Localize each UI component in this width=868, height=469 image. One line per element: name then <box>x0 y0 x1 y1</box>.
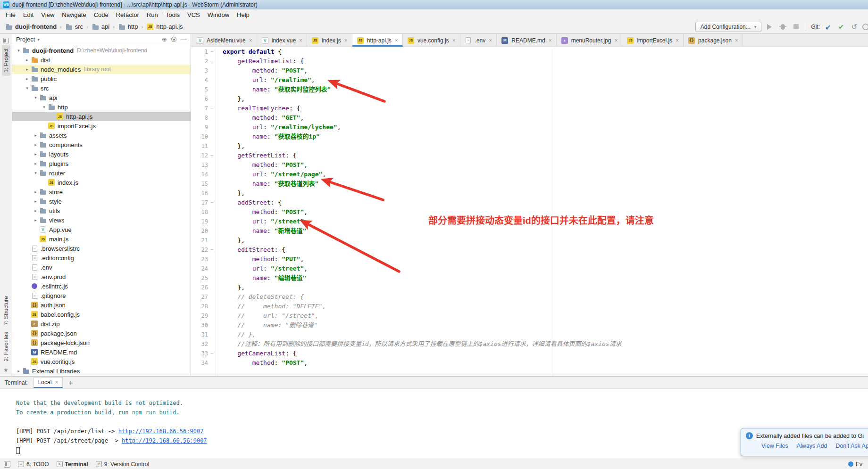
editor-tab[interactable]: index.vue× <box>257 34 307 47</box>
tree-arrow-icon[interactable]: ▸ <box>32 161 39 166</box>
tree-row[interactable]: ▸store <box>12 187 191 197</box>
hide-panel-icon[interactable]: — <box>181 36 187 43</box>
tree-row[interactable]: ▸External Libraries <box>12 366 191 376</box>
git-update-button[interactable]: ↙ <box>823 22 833 32</box>
code-area[interactable]: export default { getRealTimeList: { meth… <box>216 47 868 376</box>
editor-tab[interactable]: index.js× <box>307 34 352 47</box>
tool-window-switcher-icon[interactable] <box>4 461 10 468</box>
clipped-toolbar-icon[interactable] <box>862 24 868 30</box>
status-item-terminal[interactable]: >Terminal <box>57 461 88 468</box>
breadcrumb-item[interactable]: http-api.js <box>145 23 184 31</box>
tree-row[interactable]: ▾http <box>12 102 191 112</box>
tree-row[interactable]: ▾router <box>12 168 191 178</box>
tree-row[interactable]: babel.config.js <box>12 310 191 319</box>
tree-row[interactable]: .env <box>12 263 191 272</box>
tree-arrow-icon[interactable]: ▾ <box>32 171 39 175</box>
terminal-link[interactable]: http://192.168.66.56:9007 <box>122 437 207 444</box>
debug-button[interactable] <box>777 22 788 32</box>
activity-item[interactable]: 2: Favorites <box>2 329 10 365</box>
close-icon[interactable]: × <box>676 37 679 44</box>
breadcrumb-item[interactable]: duoji-frontend <box>4 23 58 31</box>
status-bar-right[interactable]: Ev <box>848 461 864 468</box>
tree-row[interactable]: dist.zip <box>12 319 191 329</box>
editor-tab[interactable]: README.md× <box>497 34 556 47</box>
menu-item-navigate[interactable]: Navigate <box>58 10 90 19</box>
activity-item[interactable]: 7: Structure <box>2 293 10 329</box>
stop-button[interactable] <box>791 22 801 32</box>
tree-arrow-icon[interactable]: ▸ <box>32 199 39 204</box>
tree-arrow-icon[interactable]: ▸ <box>24 58 31 62</box>
tree-row[interactable]: .env.prod <box>12 272 191 281</box>
add-configuration-button[interactable]: Add Configuration... ▾ <box>695 22 762 32</box>
editor-body[interactable]: 1−2−34567−89101112−1314151617−1819202122… <box>191 47 868 376</box>
tree-row[interactable]: .browserslistrc <box>12 244 191 253</box>
menu-item-run[interactable]: Run <box>143 10 162 19</box>
close-icon[interactable]: × <box>549 37 552 44</box>
tree-row[interactable]: ▸dist <box>12 55 191 65</box>
menu-item-code[interactable]: Code <box>90 10 112 19</box>
close-icon[interactable]: × <box>249 37 252 44</box>
editor-tab[interactable]: package.json× <box>684 34 743 47</box>
locate-file-icon[interactable]: ⊕ <box>162 36 167 43</box>
tree-arrow-icon[interactable]: ▸ <box>32 208 39 213</box>
tree-row[interactable]: ▸views <box>12 215 191 225</box>
menu-item-refactor[interactable]: Refactor <box>112 10 143 19</box>
tree-arrow-icon[interactable]: ▸ <box>32 218 39 222</box>
tree-arrow-icon[interactable]: ▾ <box>41 105 48 109</box>
fold-marker-icon[interactable]: − <box>209 245 214 255</box>
tree-arrow-icon[interactable]: ▸ <box>24 67 31 72</box>
status-item-vcs[interactable]: Y9: Version Control <box>96 461 149 468</box>
tree-arrow-icon[interactable]: ▸ <box>32 189 39 194</box>
tree-arrow-icon[interactable]: ▸ <box>15 369 22 373</box>
fold-marker-icon[interactable]: − <box>209 57 214 66</box>
tree-row[interactable]: package-lock.json <box>12 338 191 347</box>
run-button[interactable] <box>764 22 775 32</box>
tree-row[interactable]: ▸assets <box>12 131 191 140</box>
editor-tab[interactable]: .env× <box>460 34 497 47</box>
menu-item-view[interactable]: View <box>37 10 58 19</box>
tree-row[interactable]: App.vue <box>12 225 191 234</box>
close-icon[interactable]: × <box>452 37 456 44</box>
terminal-output[interactable]: Note that the development build is not o… <box>0 389 868 459</box>
close-icon[interactable]: × <box>614 37 618 44</box>
close-icon[interactable]: × <box>489 37 492 44</box>
close-icon[interactable]: × <box>735 37 738 44</box>
tree-row[interactable]: ▾duoji-frontendD:\zheheWeb\duoji-fronten… <box>12 46 191 55</box>
fold-marker-icon[interactable]: − <box>209 47 214 57</box>
breadcrumb-item[interactable]: http <box>117 23 140 31</box>
new-terminal-button[interactable]: + <box>68 378 73 387</box>
tree-row[interactable]: package.json <box>12 329 191 338</box>
notification-action-link[interactable]: View Files <box>761 443 788 449</box>
tree-row[interactable]: vue.config.js <box>12 357 191 366</box>
tree-row[interactable]: importExcel.js <box>12 121 191 131</box>
tree-arrow-icon[interactable]: ▸ <box>32 133 39 138</box>
terminal-link[interactable]: http://192.168.66.56:9007 <box>118 428 204 435</box>
history-button[interactable]: ↺ <box>849 22 860 32</box>
tree-arrow-icon[interactable]: ▸ <box>24 76 31 81</box>
menu-item-file[interactable]: File <box>2 10 19 19</box>
gear-icon[interactable] <box>171 37 176 42</box>
close-icon[interactable]: × <box>55 379 58 386</box>
tree-row[interactable]: ▸plugins <box>12 159 191 168</box>
fold-marker-icon[interactable]: − <box>209 104 214 113</box>
tree-row[interactable]: ▾src <box>12 83 191 93</box>
menu-item-help[interactable]: Help <box>233 10 253 19</box>
tree-arrow-icon[interactable]: ▾ <box>24 86 31 91</box>
fold-marker-icon[interactable]: − <box>209 349 214 358</box>
tree-row[interactable]: main.js <box>12 234 191 244</box>
tree-row[interactable]: ▸node_moduleslibrary root <box>12 65 191 74</box>
tree-row[interactable]: ▸components <box>12 140 191 149</box>
project-panel-header[interactable]: Project ▾ ⊕ — <box>12 34 191 45</box>
menu-item-window[interactable]: Window <box>204 10 233 19</box>
editor-tab[interactable]: menuRouter.jpg× <box>557 34 623 47</box>
tree-row[interactable]: http-api.js <box>12 112 191 121</box>
menu-item-tools[interactable]: Tools <box>162 10 184 19</box>
terminal-tab-local[interactable]: Local × <box>33 377 63 388</box>
git-commit-button[interactable]: ✔ <box>836 22 846 32</box>
status-item-todo[interactable]: ≡6: TODO <box>18 461 49 468</box>
editor-tab[interactable]: AsideMenu.vue× <box>192 34 257 47</box>
tree-row[interactable]: .gitignore <box>12 291 191 300</box>
close-icon[interactable]: × <box>299 37 302 44</box>
tree-row[interactable]: ▸style <box>12 197 191 206</box>
menu-item-edit[interactable]: Edit <box>19 10 37 19</box>
